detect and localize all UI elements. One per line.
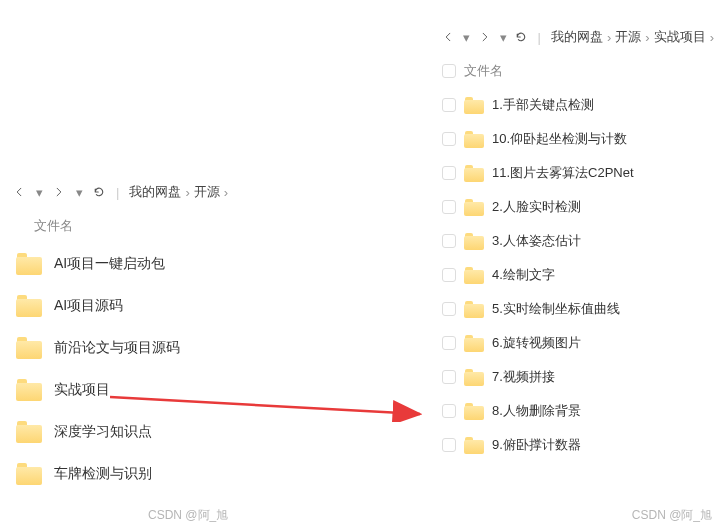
item-label: 11.图片去雾算法C2PNet — [492, 164, 634, 182]
folder-icon — [464, 403, 484, 420]
list-item[interactable]: 4.绘制文字 — [430, 258, 726, 292]
row-checkbox[interactable] — [442, 234, 456, 248]
row-checkbox[interactable] — [442, 268, 456, 282]
list-item[interactable]: 10.仰卧起坐检测与计数 — [430, 122, 726, 156]
list-item[interactable]: 9.俯卧撑计数器 — [430, 428, 726, 462]
folder-icon — [16, 463, 42, 485]
folder-icon — [464, 267, 484, 284]
list-item[interactable]: 5.实时绘制坐标值曲线 — [430, 292, 726, 326]
item-label: 7.视频拼接 — [492, 368, 555, 386]
item-label: 2.人脸实时检测 — [492, 198, 581, 216]
left-breadcrumb: 我的网盘 › 开源 › — [129, 183, 228, 201]
item-label: 10.仰卧起坐检测与计数 — [492, 130, 627, 148]
left-nav-row: ▾ ▾ | 我的网盘 › 开源 › — [0, 175, 335, 209]
chevron-right-icon: › — [710, 30, 714, 45]
item-label: 9.俯卧撑计数器 — [492, 436, 581, 454]
folder-icon — [464, 437, 484, 454]
watermark: CSDN @阿_旭 — [148, 507, 228, 524]
breadcrumb-item[interactable]: 实战项目 — [654, 28, 706, 46]
chevron-right-icon: › — [185, 185, 189, 200]
right-panel: ▾ ▾ | 我的网盘 › 开源 › 实战项目 › 文件名 1.手部关键点检测 — [430, 20, 726, 462]
list-item[interactable]: 车牌检测与识别 — [0, 453, 335, 495]
left-column-header: 文件名 — [0, 209, 335, 243]
item-label: 实战项目 — [54, 381, 110, 399]
folder-icon — [16, 253, 42, 275]
list-item[interactable]: 3.人体姿态估计 — [430, 224, 726, 258]
chevron-right-icon: › — [645, 30, 649, 45]
folder-icon — [464, 233, 484, 250]
folder-icon — [16, 421, 42, 443]
chevron-right-icon: › — [224, 185, 228, 200]
folder-icon — [464, 369, 484, 386]
forward-dropdown-icon[interactable]: ▾ — [32, 185, 46, 199]
folder-icon — [464, 97, 484, 114]
forward-icon[interactable] — [52, 185, 66, 199]
nav-divider: | — [538, 30, 541, 45]
row-checkbox[interactable] — [442, 132, 456, 146]
item-label: AI项目一键启动包 — [54, 255, 165, 273]
item-label: 车牌检测与识别 — [54, 465, 152, 483]
forward-dropdown2-icon[interactable]: ▾ — [72, 185, 86, 199]
chevron-right-icon: › — [607, 30, 611, 45]
row-checkbox[interactable] — [442, 336, 456, 350]
forward-dropdown-icon[interactable]: ▾ — [460, 30, 472, 44]
item-label: 6.旋转视频图片 — [492, 334, 581, 352]
watermark: CSDN @阿_旭 — [632, 507, 712, 524]
item-label: 4.绘制文字 — [492, 266, 555, 284]
list-item[interactable]: 深度学习知识点 — [0, 411, 335, 453]
folder-icon — [464, 199, 484, 216]
breadcrumb-item[interactable]: 我的网盘 — [129, 183, 181, 201]
list-item[interactable]: 2.人脸实时检测 — [430, 190, 726, 224]
row-checkbox[interactable] — [442, 200, 456, 214]
left-panel: ▾ ▾ | 我的网盘 › 开源 › 文件名 AI项目一键启动包 AI项目源码 — [0, 175, 335, 495]
right-file-list: 1.手部关键点检测 10.仰卧起坐检测与计数 11.图片去雾算法C2PNet 2… — [430, 88, 726, 462]
list-item[interactable]: 11.图片去雾算法C2PNet — [430, 156, 726, 190]
right-nav-row: ▾ ▾ | 我的网盘 › 开源 › 实战项目 › — [430, 20, 726, 54]
refresh-icon[interactable] — [515, 30, 527, 44]
row-checkbox[interactable] — [442, 404, 456, 418]
list-item[interactable]: 6.旋转视频图片 — [430, 326, 726, 360]
list-item[interactable]: 8.人物删除背景 — [430, 394, 726, 428]
list-item[interactable]: 7.视频拼接 — [430, 360, 726, 394]
item-label: 5.实时绘制坐标值曲线 — [492, 300, 620, 318]
row-checkbox[interactable] — [442, 166, 456, 180]
forward-icon[interactable] — [479, 30, 491, 44]
left-file-list: AI项目一键启动包 AI项目源码 前沿论文与项目源码 实战项目 深度学习知识点 … — [0, 243, 335, 495]
folder-icon — [464, 165, 484, 182]
column-header-label: 文件名 — [34, 217, 73, 235]
breadcrumb-item[interactable]: 我的网盘 — [551, 28, 603, 46]
right-column-header: 文件名 — [430, 54, 726, 88]
list-item[interactable]: AI项目一键启动包 — [0, 243, 335, 285]
item-label: 1.手部关键点检测 — [492, 96, 594, 114]
back-icon[interactable] — [12, 185, 26, 199]
folder-icon — [16, 337, 42, 359]
nav-divider: | — [116, 185, 119, 200]
list-item[interactable]: 前沿论文与项目源码 — [0, 327, 335, 369]
row-checkbox[interactable] — [442, 370, 456, 384]
item-label: 深度学习知识点 — [54, 423, 152, 441]
select-all-checkbox[interactable] — [442, 64, 456, 78]
item-label: AI项目源码 — [54, 297, 123, 315]
column-header-label: 文件名 — [464, 62, 503, 80]
right-breadcrumb: 我的网盘 › 开源 › 实战项目 › — [551, 28, 714, 46]
item-label: 前沿论文与项目源码 — [54, 339, 180, 357]
folder-icon — [16, 379, 42, 401]
item-label: 3.人体姿态估计 — [492, 232, 581, 250]
breadcrumb-item[interactable]: 开源 — [194, 183, 220, 201]
refresh-icon[interactable] — [92, 185, 106, 199]
list-item[interactable]: 1.手部关键点检测 — [430, 88, 726, 122]
folder-icon — [464, 301, 484, 318]
folder-icon — [16, 295, 42, 317]
row-checkbox[interactable] — [442, 302, 456, 316]
back-icon[interactable] — [442, 30, 454, 44]
item-label: 8.人物删除背景 — [492, 402, 581, 420]
row-checkbox[interactable] — [442, 438, 456, 452]
folder-icon — [464, 131, 484, 148]
list-item[interactable]: AI项目源码 — [0, 285, 335, 327]
row-checkbox[interactable] — [442, 98, 456, 112]
list-item[interactable]: 实战项目 — [0, 369, 335, 411]
folder-icon — [464, 335, 484, 352]
forward-dropdown2-icon[interactable]: ▾ — [497, 30, 509, 44]
breadcrumb-item[interactable]: 开源 — [615, 28, 641, 46]
